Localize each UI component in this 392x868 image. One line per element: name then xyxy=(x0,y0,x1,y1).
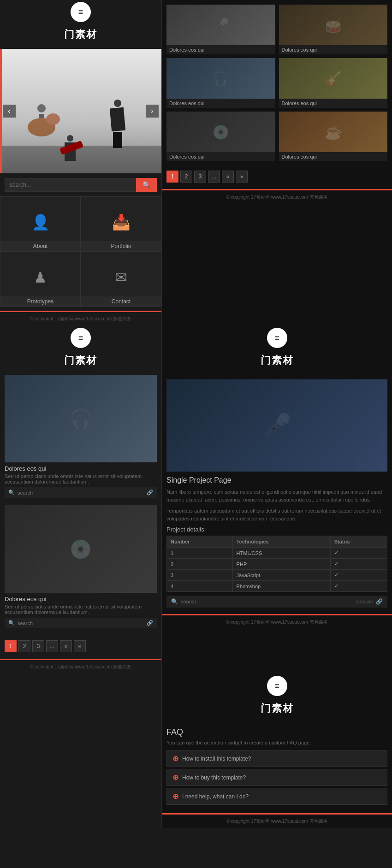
faq-item-1[interactable]: ⊕ How to install this template? xyxy=(166,750,387,767)
grid-item-4: 🎸 Dolores eos qui xyxy=(279,58,388,108)
nav-about[interactable]: 👤 About xyxy=(0,196,81,252)
slider-next[interactable]: › xyxy=(146,105,159,118)
menu-button-2[interactable]: ≡ xyxy=(71,328,91,348)
table-row-3: 3 JavaScript ✓ xyxy=(167,570,387,581)
search-button[interactable]: 🔍 xyxy=(136,178,157,192)
hamburger-icon-4: ≡ xyxy=(274,681,279,691)
row2-status: ✓ xyxy=(330,559,387,570)
copyright-right-2: © copyright 17素材网 www.17sucai.com 黑色商务 xyxy=(162,614,392,629)
project-footer-bar: 🔍 website 🔗 xyxy=(166,596,387,608)
faq-plus-1: ⊕ xyxy=(172,754,178,763)
portfolio-search-2[interactable] xyxy=(18,620,144,626)
right-panel-3: ≡ 门素材 FAQ You can use the accordion widg… xyxy=(161,674,392,828)
faq-plus-3: ⊕ xyxy=(172,792,178,801)
nav-contact-label: Contact xyxy=(81,296,161,307)
portfolio-title-2: Dolores eos qui xyxy=(5,596,157,602)
project-intro: Nam libero tempore, cum soluta nobis est… xyxy=(166,488,387,503)
col-tech: Technologies xyxy=(232,536,330,548)
faq-question-3: I need help, what can I do? xyxy=(182,793,249,800)
row3-num: 3 xyxy=(167,570,233,581)
page2-2[interactable]: 2 xyxy=(18,640,30,652)
page-1[interactable]: 1 xyxy=(166,171,178,183)
footer-link-icon: 🔗 xyxy=(376,598,383,605)
grid-caption-3: Dolores eos qui xyxy=(166,99,275,108)
pagination-2: 1 2 3 ... « » xyxy=(0,636,161,657)
row4-num: 4 xyxy=(167,581,233,592)
user-icon: 👤 xyxy=(31,213,50,231)
page-3[interactable]: 3 xyxy=(194,171,206,183)
portfolio-title-1: Dolores eos qui xyxy=(5,465,157,472)
grid-caption-6: Dolores eos qui xyxy=(279,152,388,161)
chess-icon: ♟ xyxy=(34,269,47,286)
project-table: Number Technologies Status 1 HTML/CSS ✓ … xyxy=(166,536,387,592)
portfolio-item-1: 🎧 Dolores eos qui Sed ut perspiciatis un… xyxy=(5,375,157,498)
logo-1: 门素材 xyxy=(0,22,161,49)
nav-portfolio[interactable]: 📥 Portfolio xyxy=(81,196,161,252)
hamburger-icon-1: ≡ xyxy=(78,7,83,17)
slider-image: Rock Band xyxy=(0,49,161,173)
nav-contact[interactable]: ✉ Contact xyxy=(81,252,161,307)
left-panel-1: ≡ 门素材 xyxy=(0,0,161,326)
copyright-2: © copyright 17素材网 www.17sucai.com 黑色商务 xyxy=(0,659,161,674)
portfolio-grid: 🎤 Dolores eos qui 🥁 Dolores eos qui 🎧 Do… xyxy=(162,0,392,166)
project-footer-search[interactable] xyxy=(181,599,356,604)
row3-status: ✓ xyxy=(330,570,387,581)
portfolio-search-1[interactable] xyxy=(18,490,144,496)
faq-section: FAQ You can use the accordion widget to … xyxy=(162,723,392,811)
slider-prev[interactable]: ‹ xyxy=(3,105,16,118)
page2-next[interactable]: » xyxy=(74,640,86,652)
portfolio-footer-2: 🔍 🔗 xyxy=(5,618,157,628)
grid-caption-4: Dolores eos qui xyxy=(279,99,388,108)
page2-1[interactable]: 1 xyxy=(5,640,17,652)
search-icon-footer-2: 🔍 xyxy=(8,620,15,626)
logo-4: 门素材 xyxy=(162,696,392,723)
row1-tech: HTML/CSS xyxy=(232,548,330,559)
hamburger-icon-3: ≡ xyxy=(274,333,279,343)
logo-2: 门素材 xyxy=(0,348,161,375)
footer-search-icon: 🔍 xyxy=(171,598,178,605)
table-row-2: 2 PHP ✓ xyxy=(167,559,387,570)
pagination-1: 1 2 3 ... « » xyxy=(162,166,392,187)
row1-status: ✓ xyxy=(330,548,387,559)
page-2[interactable]: 2 xyxy=(180,171,192,183)
row3-tech: JavaScript xyxy=(232,570,330,581)
table-row-1: 1 HTML/CSS ✓ xyxy=(167,548,387,559)
grid-item-2: 🥁 Dolores eos qui xyxy=(279,5,388,54)
grid-caption-1: Dolores eos qui xyxy=(166,45,275,54)
right-panel-1: 🎤 Dolores eos qui 🥁 Dolores eos qui 🎧 Do… xyxy=(161,0,392,326)
faq-plus-2: ⊕ xyxy=(172,773,178,782)
hero-slider: Rock Band ‹ › xyxy=(0,49,161,173)
menu-button-1[interactable]: ≡ xyxy=(71,2,91,22)
grid-caption-2: Dolores eos qui xyxy=(279,45,388,54)
nav-prototypes[interactable]: ♟ Prototypes xyxy=(0,252,81,307)
row4-tech: Photoshop xyxy=(232,581,330,592)
portfolio-item-2: 💿 Dolores eos qui Sed ut perspiciatis un… xyxy=(5,505,157,628)
faq-item-3[interactable]: ⊕ I need help, what can I do? xyxy=(166,788,387,805)
project-title: Single Project Page xyxy=(166,476,387,484)
page2-3[interactable]: 3 xyxy=(32,640,44,652)
search-icon-footer-1: 🔍 xyxy=(8,490,15,496)
page2-prev[interactable]: « xyxy=(60,640,72,652)
nav-portfolio-label: Portfolio xyxy=(81,241,161,251)
faq-question-1: How to install this template? xyxy=(182,756,251,762)
faq-item-2[interactable]: ⊕ How to buy this template? xyxy=(166,769,387,786)
portfolio-desc-1: Sed ut perspiciatis unde omnis iste natu… xyxy=(5,473,157,484)
section2-wrapper: ≡ 门素材 🎧 Dolores eos qui Sed ut perspicia… xyxy=(0,326,392,674)
right-panel-2: ≡ 门素材 🎤 Single Project Page Nam libero t… xyxy=(161,326,392,674)
col-number: Number xyxy=(167,536,233,548)
portfolio-footer-1: 🔍 🔗 xyxy=(5,487,157,498)
faq-question-2: How to buy this template? xyxy=(182,774,246,781)
search-input[interactable] xyxy=(5,178,136,192)
page-next[interactable]: » xyxy=(236,171,248,183)
menu-button-4[interactable]: ≡ xyxy=(267,676,287,696)
mail-icon: ✉ xyxy=(115,269,127,286)
grid-item-6: ☕ Dolores eos qui xyxy=(279,112,388,161)
section3-wrapper: ≡ 门素材 FAQ You can use the accordion widg… xyxy=(0,674,392,828)
page-prev[interactable]: « xyxy=(222,171,234,183)
menu-button-3[interactable]: ≡ xyxy=(267,328,287,348)
link-icon-footer-1: 🔗 xyxy=(147,490,153,496)
page-dots: ... xyxy=(208,171,220,183)
left-panel-3 xyxy=(0,674,161,828)
section1-wrapper: ≡ 门素材 xyxy=(0,0,392,326)
copyright-1: © copyright 17素材网 www.17sucai.com 黑色商务 xyxy=(0,311,161,326)
